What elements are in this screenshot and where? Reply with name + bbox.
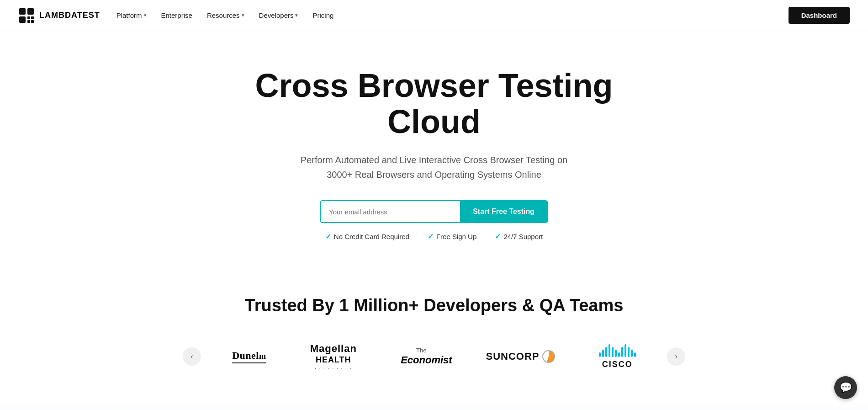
no-credit-card-badge: ✓ No Credit Card Required	[325, 232, 409, 241]
svg-rect-6	[31, 20, 34, 23]
dunelm-logo: Dunelm	[223, 345, 275, 368]
svg-rect-4	[31, 16, 34, 19]
nav-resources[interactable]: Resources ▾	[207, 11, 244, 19]
nav-links: Platform ▾ Enterprise Resources ▾ Develo…	[116, 11, 334, 19]
navbar-left: LAMBDATEST Platform ▾ Enterprise Resourc…	[18, 7, 333, 24]
svg-rect-1	[27, 8, 34, 15]
hero-subtitle: Perform Automated and Live Interactive C…	[301, 153, 567, 182]
start-free-testing-button[interactable]: Start Free Testing	[460, 201, 547, 222]
chevron-down-icon: ▾	[295, 12, 298, 18]
trusted-title: Trusted By 1 Million+ Developers & QA Te…	[245, 296, 624, 315]
hero-section: Cross Browser Testing Cloud Perform Auto…	[0, 31, 868, 268]
logo-text: LAMBDATEST	[39, 11, 100, 20]
nav-developers[interactable]: Developers ▾	[259, 11, 298, 19]
carousel-prev-button[interactable]: ‹	[183, 347, 201, 366]
chevron-down-icon: ▾	[144, 12, 147, 18]
trust-badges: ✓ No Credit Card Required ✓ Free Sign Up…	[325, 232, 543, 241]
nav-enterprise[interactable]: Enterprise	[161, 11, 192, 19]
free-signup-badge: ✓ Free Sign Up	[428, 232, 476, 241]
support-badge: ✓ 24/7 Support	[495, 232, 543, 241]
hero-title: Cross Browser Testing Cloud	[228, 68, 640, 140]
svg-rect-5	[27, 20, 30, 23]
suncorp-logo: SUNCORP	[476, 346, 564, 367]
cisco-bars-icon	[599, 344, 636, 357]
svg-rect-2	[19, 16, 26, 23]
trusted-section: Trusted By 1 Million+ Developers & QA Te…	[0, 268, 868, 402]
dashboard-button[interactable]: Dashboard	[789, 7, 850, 24]
chat-icon: 💬	[840, 382, 852, 394]
chat-button[interactable]: 💬	[834, 376, 857, 399]
logos-row: ‹ Dunelm Magellan HEALTH . . . . . . . .…	[183, 338, 685, 375]
logos-container: Dunelm Magellan HEALTH . . . . . . . . .…	[201, 338, 667, 375]
suncorp-circle-icon	[542, 350, 555, 363]
email-input[interactable]	[321, 201, 460, 222]
chevron-down-icon: ▾	[242, 12, 244, 18]
footer-gradient	[0, 402, 868, 410]
nav-pricing[interactable]: Pricing	[312, 11, 333, 19]
check-icon: ✓	[325, 232, 331, 241]
the-economist-logo: The Economist	[392, 342, 451, 371]
navbar: LAMBDATEST Platform ▾ Enterprise Resourc…	[0, 0, 868, 31]
logo-icon	[18, 7, 35, 24]
check-icon: ✓	[495, 232, 501, 241]
svg-rect-3	[27, 16, 30, 19]
carousel-next-button[interactable]: ›	[667, 347, 685, 366]
magellan-health-logo: Magellan HEALTH . . . . . . . . .	[301, 338, 366, 375]
check-icon: ✓	[428, 232, 434, 241]
cisco-logo: CISCO	[590, 340, 645, 374]
logo[interactable]: LAMBDATEST	[18, 7, 100, 24]
svg-rect-0	[19, 8, 26, 15]
email-form: Start Free Testing	[320, 200, 548, 223]
nav-platform[interactable]: Platform ▾	[116, 11, 147, 19]
